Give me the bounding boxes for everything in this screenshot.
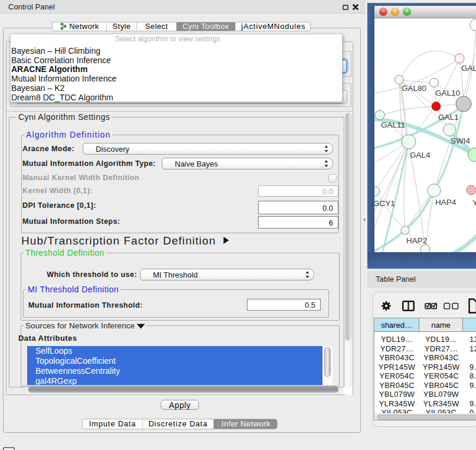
svg-text:GAL10: GAL10 xyxy=(435,89,460,97)
svg-text:GAL7: GAL7 xyxy=(461,64,476,73)
svg-text:YJ: YJ xyxy=(472,198,476,207)
svg-text:GAL4: GAL4 xyxy=(410,151,431,159)
svg-text:GCY1: GCY1 xyxy=(374,199,395,208)
svg-text:GAL11: GAL11 xyxy=(381,120,405,129)
svg-text:GAL1: GAL1 xyxy=(438,113,459,122)
svg-text:SWI4: SWI4 xyxy=(451,136,470,145)
svg-text:HAP4: HAP4 xyxy=(435,198,457,207)
svg-text:HAP2: HAP2 xyxy=(406,236,427,245)
svg-text:GAL80: GAL80 xyxy=(402,84,426,93)
